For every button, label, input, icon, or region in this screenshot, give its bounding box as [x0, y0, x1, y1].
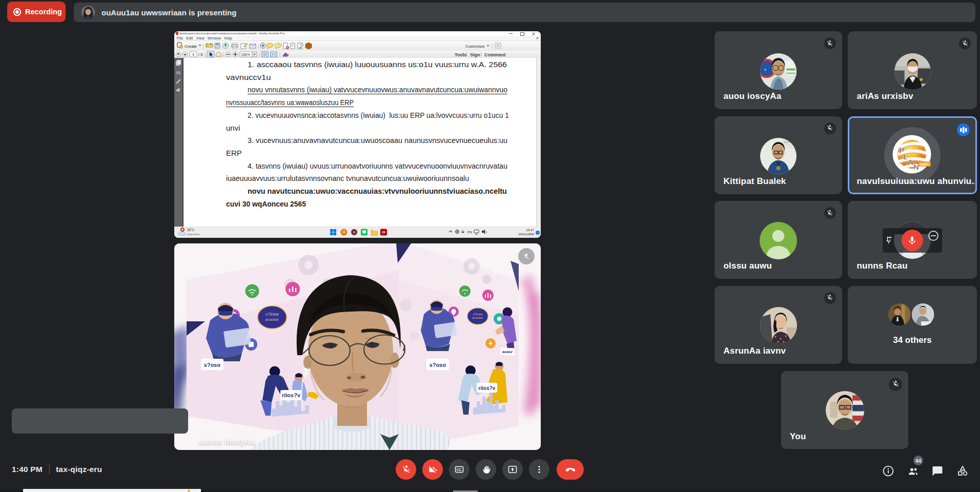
svg-text:Customize: Customize — [465, 44, 485, 49]
svg-text:aoasv: aoasv — [502, 350, 513, 354]
svg-text:4: 4 — [192, 52, 194, 57]
svg-text:riios?v: riios?v — [479, 385, 496, 391]
svg-text:L: L — [903, 152, 908, 161]
svg-text:wePlan: wePlan — [783, 140, 793, 144]
svg-text:15:47: 15:47 — [526, 228, 535, 232]
svg-text:Comment: Comment — [484, 52, 506, 57]
svg-text:A: A — [908, 158, 913, 167]
svg-text:anuioiwi:: anuioiwi: — [265, 318, 279, 321]
svg-text:Tools: Tools — [455, 52, 466, 57]
svg-text:166%: 166% — [241, 52, 250, 56]
svg-text:/ 5: / 5 — [198, 52, 202, 57]
svg-text:anuioiwi:: anuioiwi: — [472, 316, 483, 319]
svg-text:25/11/2565: 25/11/2565 — [518, 232, 534, 236]
svg-text:s?oso: s?oso — [204, 362, 221, 368]
svg-text:N: N — [913, 162, 919, 171]
svg-text:Create: Create — [185, 44, 197, 49]
svg-text:33°C: 33°C — [187, 228, 195, 232]
svg-text:riios?v: riios?v — [282, 392, 301, 398]
svg-text:CC: CC — [457, 468, 462, 471]
svg-text:o?insw: o?insw — [266, 312, 279, 317]
svg-text:s?oso: s?oso — [430, 362, 446, 368]
svg-text:Ins: Ins — [467, 230, 472, 234]
svg-text:ouanriveu: ouanriveu — [187, 233, 199, 236]
svg-text:S: S — [764, 68, 766, 71]
svg-text:SSRU: SSRU — [920, 162, 929, 166]
svg-text:i: i — [537, 231, 538, 234]
svg-text:Sign: Sign — [470, 52, 480, 57]
svg-text:o?insw: o?insw — [473, 313, 483, 316]
